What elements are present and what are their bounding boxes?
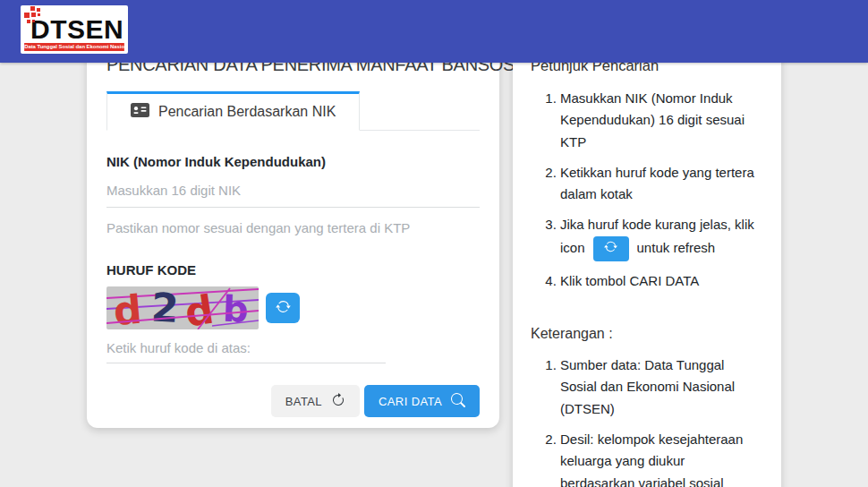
help-step-text: untuk refresh [637,240,716,255]
note-item: Desil: kelompok kesejahteraan keluarga y… [560,429,760,487]
dtsen-logo[interactable]: DTSEN Data Tunggal Sosial dan Ekonomi Na… [21,5,128,54]
captcha-input[interactable] [106,329,386,363]
help-card: Petunjuk Pencarian Masukkan NIK (Nomor I… [513,38,781,487]
cancel-button-label: BATAL [285,395,322,408]
tab-pencarian-nik[interactable]: Pencarian Berdasarkan NIK [106,91,360,131]
top-navbar: DTSEN Data Tunggal Sosial dan Ekonomi Na… [0,0,868,63]
search-button[interactable]: CARI DATA [364,385,480,417]
help-steps-list: Masukkan NIK (Nomor Induk Kependudukan) … [531,88,760,292]
pixel-grid-icon [22,6,47,31]
search-card: PENCARIAN DATA PENERIMA MANFAAT BANSOS P… [87,38,499,428]
tab-bar: Pencarian Berdasarkan NIK [106,91,480,131]
help-step: Klik tombol CARI DATA [560,270,760,292]
form-actions: BATAL CARI DATA [106,385,480,417]
nik-label: NIK (Nomor Induk Kependudukan) [106,154,480,169]
refresh-icon [276,299,291,317]
notes-title: Keterangan : [531,326,760,342]
logo-subtitle: Data Tunggal Sosial dan Ekonomi Nasional [24,43,124,51]
cancel-button[interactable]: BATAL [271,385,360,417]
help-step: Jika huruf kode kurang jelas, klik iconu… [560,214,760,261]
notes-list: Sumber data: Data Tunggal Sosial dan Eko… [531,355,760,487]
svg-text:2: 2 [150,286,180,329]
help-step: Ketikkan huruf kode yang tertera dalam k… [560,162,760,206]
captcha-label: HURUF KODE [106,262,480,278]
captcha-row: d 2 d b [106,286,480,329]
captcha-refresh-button[interactable] [266,293,300,323]
page: PENCARIAN DATA PENERIMA MANFAAT BANSOS P… [0,0,868,487]
reset-icon [331,393,345,410]
search-button-label: CARI DATA [379,395,442,408]
refresh-icon [604,238,617,260]
nik-input[interactable] [106,169,480,208]
tab-label: Pencarian Berdasarkan NIK [158,104,336,120]
search-icon [451,393,465,410]
nik-helper-text: Pastikan nomor sesuai dengan yang terter… [106,220,480,235]
inline-refresh-button[interactable] [593,236,629,261]
note-item: Sumber data: Data Tunggal Sosial dan Eko… [560,355,760,420]
id-card-icon [131,103,149,121]
captcha-image: d 2 d b [106,286,259,329]
help-step: Masukkan NIK (Nomor Induk Kependudukan) … [560,88,760,153]
